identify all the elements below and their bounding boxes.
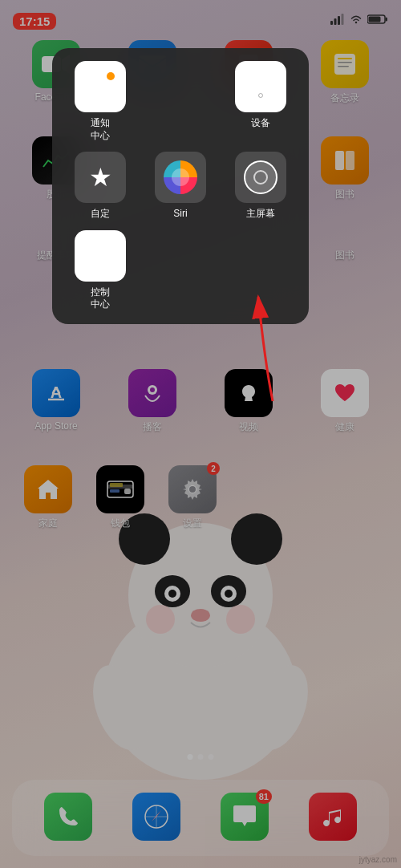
notif-dot bbox=[107, 72, 115, 80]
menu-customize[interactable]: ★ 自定 bbox=[65, 152, 136, 221]
menu-center-top bbox=[145, 61, 216, 142]
siri-label: Siri bbox=[173, 208, 187, 221]
menu-device[interactable]: 设备 bbox=[225, 61, 296, 142]
customize-icon-box: ★ bbox=[75, 152, 126, 203]
watermark: jytyaz.com bbox=[359, 855, 397, 864]
device-icon bbox=[252, 71, 269, 102]
star-icon: ★ bbox=[89, 162, 112, 193]
siri-icon bbox=[164, 160, 197, 194]
control-center-icon-box bbox=[75, 230, 126, 282]
cc-toggle-2 bbox=[104, 248, 111, 254]
device-home-indicator bbox=[258, 93, 263, 98]
menu-notification-center[interactable]: 通知中心 bbox=[65, 61, 136, 142]
cc-row-2 bbox=[90, 258, 111, 264]
home-button-icon bbox=[244, 160, 277, 194]
menu-control-center[interactable]: 控制中心 bbox=[65, 230, 136, 311]
cc-toggle-3 bbox=[90, 258, 96, 264]
context-menu: 通知中心 设备 ★ 自定 Siri 主屏幕 bbox=[52, 48, 309, 324]
cc-toggle-4 bbox=[99, 258, 111, 264]
control-center-label: 控制中心 bbox=[91, 286, 110, 311]
cc-toggle-1 bbox=[90, 248, 101, 254]
home-button-inner bbox=[253, 170, 268, 185]
notification-center-icon-box bbox=[75, 61, 126, 112]
notification-center-icon bbox=[86, 72, 115, 101]
control-center-icon bbox=[90, 248, 111, 264]
customize-label: 自定 bbox=[91, 208, 110, 221]
siri-inner bbox=[172, 168, 189, 186]
home-screen-label: 主屏幕 bbox=[246, 208, 275, 221]
cc-row-1 bbox=[90, 248, 111, 254]
menu-home-screen[interactable]: 主屏幕 bbox=[225, 152, 296, 221]
device-icon-box bbox=[235, 61, 286, 112]
menu-siri[interactable]: Siri bbox=[145, 152, 216, 221]
home-screen-icon-box bbox=[235, 152, 286, 203]
notification-center-label: 通知中心 bbox=[91, 117, 110, 142]
device-label: 设备 bbox=[251, 117, 270, 130]
siri-icon-box bbox=[155, 152, 206, 203]
